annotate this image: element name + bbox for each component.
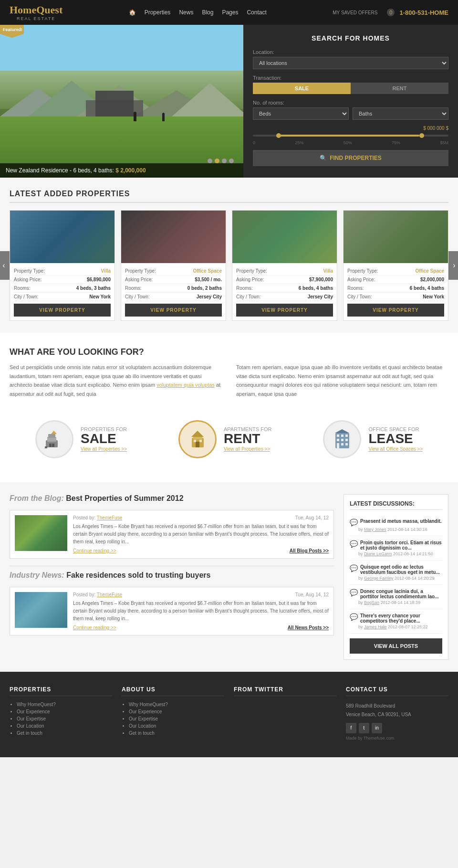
baths-select[interactable]: Baths <box>353 107 448 120</box>
rent-link[interactable]: View all Properties >> <box>224 446 270 452</box>
price-handle-left[interactable] <box>276 133 281 138</box>
slider-labels: 0 25% 50% 75% $5M <box>253 140 448 145</box>
prop-type-value: Office Space <box>415 268 444 274</box>
discussion-text-3: 💬 Quisque eget odio ac lectus vestibulum… <box>350 564 442 575</box>
discussion-author-5[interactable]: James Hale <box>364 625 387 629</box>
blog-label-2: Industry News: <box>10 571 64 579</box>
rent-button[interactable]: RENT <box>351 83 448 94</box>
nav-blog[interactable]: Blog <box>202 9 213 16</box>
hero-dots <box>208 159 234 163</box>
footer-link[interactable]: Our Expertise <box>17 716 46 721</box>
discussion-meta-2: by Diane LeGarm 2012-08-14 14:21:50 <box>350 551 442 556</box>
view-all-posts-button[interactable]: VIEW ALL POSTS <box>350 638 442 654</box>
dot-4[interactable] <box>229 159 234 163</box>
rooms-label: No. of rooms: <box>253 100 448 106</box>
discussion-author-1[interactable]: Mary Jones <box>364 527 386 532</box>
prop-rooms-value: 4 beds, 3 baths <box>76 286 111 291</box>
twitter-icon[interactable]: t <box>359 723 369 733</box>
footer-link[interactable]: Why HomeQuest? <box>129 702 168 707</box>
price-slider-track <box>253 135 448 137</box>
prop-city-row: City / Town: New York <box>14 293 111 301</box>
all-news-posts-link[interactable]: All News Posts >> <box>288 625 329 630</box>
svg-rect-22 <box>337 439 339 441</box>
all-blog-posts-link[interactable]: All Blog Posts >> <box>290 548 329 553</box>
prop-price-value: $6,890,000 <box>87 277 111 282</box>
blog-section: From the Blog: Best Properties of Summer… <box>0 482 458 672</box>
nav-properties[interactable]: Properties <box>145 9 171 16</box>
blog-read-more-2[interactable]: Continue reading >> <box>73 625 116 630</box>
svg-rect-23 <box>341 439 344 441</box>
nav-home[interactable]: 🏠 <box>129 9 136 16</box>
prop-rooms-value: 6 beds, 4 baths <box>299 286 333 291</box>
prop-rooms-label: Rooms: <box>14 286 30 291</box>
beds-select[interactable]: Beds <box>253 107 349 120</box>
footer-link[interactable]: Our Experience <box>17 709 50 714</box>
category-sale: PROPERTIES FOR SALE View all Properties … <box>35 420 127 458</box>
prop-city-label: City / Town: <box>14 294 39 299</box>
hero-caption: New Zealand Residence - 6 beds, 4 baths:… <box>0 163 243 178</box>
price-handle-right[interactable] <box>419 133 424 138</box>
footer-link[interactable]: Get in touch <box>129 730 155 736</box>
svg-rect-8 <box>45 446 47 448</box>
view-property-button-1[interactable]: VIEW PROPERTY <box>14 304 111 317</box>
blog-read-more-1[interactable]: Continue reading >> <box>73 548 116 553</box>
footer-twitter-col: FROM TWITTER <box>234 686 336 741</box>
looking-link[interactable]: voluptatem quia voluptas <box>156 382 215 388</box>
discussion-author-4[interactable]: BogSan <box>364 600 379 605</box>
discussion-item-4: 💬 Donec congue lacinia dui, a porttitor … <box>350 585 442 609</box>
sale-link[interactable]: View all Properties >> <box>81 446 127 452</box>
svg-marker-11 <box>51 431 57 434</box>
sale-button[interactable]: SALE <box>253 83 351 94</box>
carousel-arrow-left[interactable]: ‹ <box>0 251 10 280</box>
nav-news[interactable]: News <box>179 9 193 16</box>
nav-contact[interactable]: Contact <box>247 9 266 16</box>
linkedin-icon[interactable]: in <box>372 723 382 733</box>
view-property-button-2[interactable]: VIEW PROPERTY <box>125 304 222 317</box>
nav-pages[interactable]: Pages <box>222 9 238 16</box>
latest-properties-title: LATEST ADDED PROPERTIES <box>10 190 448 203</box>
discussion-author-2[interactable]: Diane LeGarm <box>364 551 392 556</box>
prop-price-row: Asking Price: $7,900,000 <box>236 275 333 284</box>
footer-list-item: Get in touch <box>129 730 224 736</box>
view-property-button-4[interactable]: VIEW PROPERTY <box>347 304 444 317</box>
footer-list-item: Why HomeQuest? <box>17 702 112 707</box>
find-properties-button[interactable]: 🔍 FIND PROPERTIES <box>253 150 448 166</box>
category-rent: APARTMENTS FOR RENT View all Properties … <box>178 420 271 458</box>
facebook-icon[interactable]: f <box>346 723 356 733</box>
location-select[interactable]: All locations <box>253 57 448 69</box>
blog-content-1: Posted by: ThemeFuse Tue, Aug 14, 12 Los… <box>73 515 329 553</box>
footer-link[interactable]: Our Location <box>129 723 156 729</box>
prop-price-row: Asking Price: $6,890,000 <box>14 275 111 284</box>
footer-link[interactable]: Why HomeQuest? <box>17 702 56 707</box>
dot-2[interactable] <box>215 159 219 163</box>
dot-3[interactable] <box>222 159 227 163</box>
looking-text-left: Sed ut perspiciatis unde omnis iste natu… <box>10 363 222 399</box>
discussion-author-3[interactable]: George Fainley <box>364 576 394 581</box>
lease-link[interactable]: View all Office Spaces >> <box>368 446 423 452</box>
dot-1[interactable] <box>208 159 212 163</box>
view-property-button-3[interactable]: VIEW PROPERTY <box>236 304 333 317</box>
rent-icon <box>178 420 217 458</box>
carousel-arrow-right[interactable]: › <box>448 251 458 280</box>
footer-properties-col: PROPERTIES Why HomeQuest? Our Experience… <box>10 686 112 741</box>
footer-made-by: Made by Themefuse.com <box>346 736 448 741</box>
footer-list-item: Our Location <box>17 723 112 729</box>
property-card: Property Type: Villa Asking Price: $7,90… <box>232 210 337 321</box>
location-label: Location: <box>253 49 448 55</box>
footer-link[interactable]: Get in touch <box>17 730 42 736</box>
svg-rect-24 <box>345 439 348 441</box>
blog-label: From the Blog: <box>10 494 64 502</box>
footer-link[interactable]: Our Expertise <box>129 716 158 721</box>
blog-author-1[interactable]: ThemeFuse <box>97 515 122 520</box>
footer-link[interactable]: Our Experience <box>129 709 162 714</box>
property-card: Property Type: Office Space Asking Price… <box>343 210 448 321</box>
blog-meta-1: Posted by: ThemeFuse Tue, Aug 14, 12 <box>73 515 329 520</box>
category-row: PROPERTIES FOR SALE View all Properties … <box>10 411 448 468</box>
prop-city-label: City / Town: <box>347 294 372 299</box>
discussion-meta-3: by George Fainley 2012-08-14 14:20:29 <box>350 576 442 581</box>
bubble-icon-4: 💬 <box>350 589 358 596</box>
svg-rect-25 <box>337 443 339 448</box>
bubble-icon-2: 💬 <box>350 540 358 548</box>
blog-author-2[interactable]: ThemeFuse <box>97 592 122 597</box>
footer-link[interactable]: Our Location <box>17 723 44 729</box>
